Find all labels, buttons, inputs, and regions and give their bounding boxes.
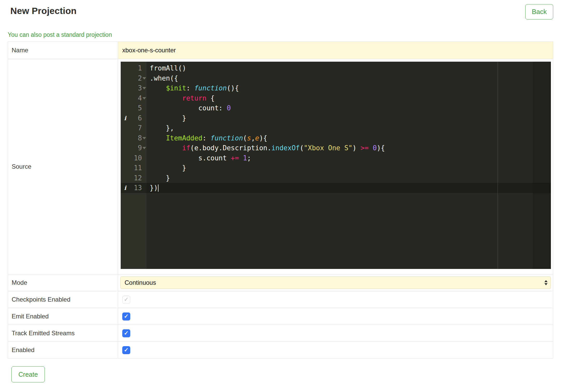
select-arrow-up-icon: [544, 280, 548, 282]
gutter-line: 11: [121, 163, 147, 173]
line-number: 12: [134, 174, 142, 182]
checkpoints-label: Checkpoints Enabled: [8, 291, 118, 308]
enabled-checkbox[interactable]: ✓: [122, 346, 130, 354]
editor-code-lines: fromAll().when({ $init: function(){ retu…: [147, 63, 551, 193]
create-button[interactable]: Create: [11, 366, 45, 382]
line-number: 1: [138, 64, 142, 72]
line-number: 2: [138, 74, 142, 82]
gutter-line: 4: [121, 93, 147, 103]
line-number: 9: [138, 144, 142, 152]
code-line[interactable]: },: [147, 123, 551, 133]
standard-projection-link[interactable]: You can also post a standard projection: [8, 31, 112, 38]
line-number: 5: [138, 104, 142, 112]
emit-enabled-row: Emit Enabled ✓: [8, 308, 553, 325]
track-emitted-streams-row: Track Emitted Streams ✓: [8, 325, 553, 342]
name-input[interactable]: [118, 42, 553, 59]
gutter-line: 7: [121, 123, 147, 133]
back-button[interactable]: Back: [525, 4, 553, 19]
print-margin-ruler: [498, 62, 498, 269]
gutter-line: 1: [121, 63, 147, 73]
line-number: 8: [138, 134, 142, 142]
line-number: 4: [138, 94, 142, 102]
code-line[interactable]: }: [147, 163, 551, 173]
check-icon: ✓: [124, 297, 128, 302]
track-emitted-streams-checkbox[interactable]: ✓: [122, 329, 130, 337]
line-number: 7: [138, 124, 142, 132]
code-line[interactable]: .when({: [147, 73, 551, 83]
line-number: 11: [134, 164, 142, 172]
fold-arrow-icon[interactable]: [142, 137, 146, 139]
source-label: Source: [8, 59, 118, 274]
line-number: 13: [134, 184, 142, 192]
gutter-line: 8: [121, 133, 147, 143]
mode-row: Mode Continuous: [8, 274, 553, 291]
emit-enabled-checkbox[interactable]: ✓: [122, 312, 130, 320]
check-icon: ✓: [124, 313, 128, 319]
gutter-info-icon: i: [124, 184, 126, 192]
fold-arrow-icon[interactable]: [142, 97, 146, 99]
track-emitted-streams-label: Track Emitted Streams: [8, 325, 118, 342]
source-code-editor[interactable]: 12345i6789101112i13 fromAll().when({ $in…: [121, 62, 551, 269]
code-line[interactable]: fromAll(): [147, 63, 551, 73]
editor-scrollbar-track[interactable]: [533, 62, 551, 269]
gutter-line: 5: [121, 103, 147, 113]
enabled-row: Enabled ✓: [8, 342, 553, 359]
code-line[interactable]: count: 0: [147, 103, 551, 113]
fold-arrow-icon[interactable]: [142, 87, 146, 89]
select-arrows-icon: [544, 280, 548, 285]
gutter-line: 3: [121, 83, 147, 93]
page-title: New Projection: [8, 4, 77, 16]
mode-select[interactable]: Continuous: [120, 276, 551, 289]
code-line[interactable]: s.count += 1;: [147, 153, 551, 163]
gutter-info-icon: i: [124, 114, 126, 122]
enabled-label: Enabled: [8, 342, 118, 359]
select-arrow-down-icon: [544, 283, 548, 285]
fold-arrow-icon[interactable]: [142, 77, 146, 80]
line-number: 6: [138, 114, 142, 122]
gutter-line: 2: [121, 73, 147, 83]
mode-label: Mode: [8, 274, 118, 291]
editor-gutter: 12345i6789101112i13: [121, 62, 147, 269]
name-row: Name: [8, 42, 553, 59]
fold-arrow-icon[interactable]: [142, 147, 146, 149]
code-line[interactable]: if(e.body.Description.indexOf("Xbox One …: [147, 143, 551, 153]
mode-select-value: Continuous: [125, 279, 156, 286]
text-cursor: [158, 184, 159, 192]
gutter-line: 9: [121, 143, 147, 153]
code-line[interactable]: }): [147, 183, 551, 193]
checkpoints-checkbox[interactable]: ✓: [122, 296, 130, 304]
code-line[interactable]: return {: [147, 93, 551, 103]
line-number: 10: [134, 154, 142, 162]
gutter-line: i13: [121, 183, 147, 193]
code-line[interactable]: ItemAdded: function(s,e){: [147, 133, 551, 143]
gutter-line: 10: [121, 153, 147, 163]
check-icon: ✓: [124, 330, 128, 336]
editor-code-area[interactable]: fromAll().when({ $init: function(){ retu…: [147, 62, 551, 269]
line-number: 3: [138, 84, 142, 92]
name-label: Name: [8, 42, 118, 59]
gutter-line: i6: [121, 113, 147, 123]
new-projection-page: New Projection Back You can also post a …: [0, 0, 561, 392]
gutter-line: 12: [121, 173, 147, 183]
check-icon: ✓: [124, 347, 128, 353]
code-line[interactable]: }: [147, 173, 551, 183]
code-line[interactable]: }: [147, 113, 551, 123]
code-line[interactable]: $init: function(){: [147, 83, 551, 93]
source-row: Source 12345i6789101112i13 fromAll().whe…: [8, 59, 553, 274]
emit-enabled-label: Emit Enabled: [8, 308, 118, 325]
projection-form-table: Name Source 12345i6789101112i13 fromAll(…: [8, 41, 553, 359]
page-header: New Projection Back: [8, 4, 553, 19]
checkpoints-row: Checkpoints Enabled ✓: [8, 291, 553, 308]
